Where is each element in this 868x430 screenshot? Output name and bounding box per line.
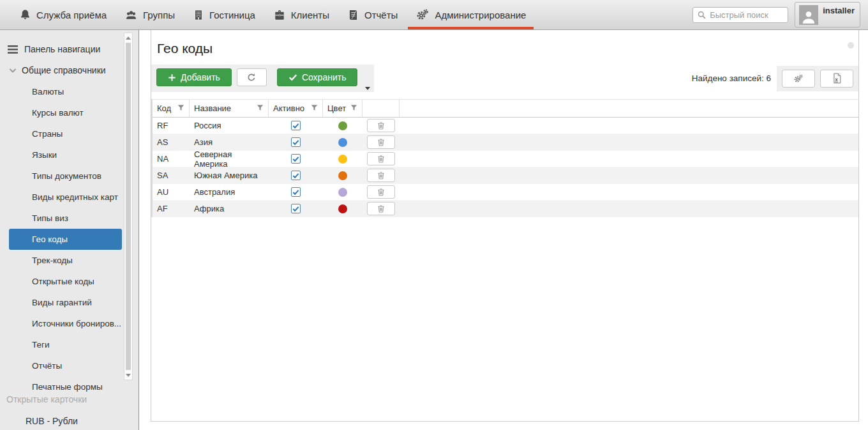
- scroll-up-arrow[interactable]: [124, 33, 132, 42]
- add-button[interactable]: Добавить: [156, 68, 232, 86]
- user-menu[interactable]: installer: [795, 2, 860, 27]
- sidebar-group-directories[interactable]: Общие справочники: [0, 59, 138, 81]
- sidebar-item-виды-гарантий[interactable]: Виды гарантий: [0, 292, 122, 313]
- table-row[interactable]: NAСеверная Америка: [153, 151, 858, 167]
- color-dot[interactable]: [338, 121, 347, 130]
- table-row[interactable]: AFАфрика: [153, 201, 858, 217]
- sidebar-item-языки[interactable]: Языки: [0, 144, 122, 165]
- sidebar-item-курсы-валют[interactable]: Курсы валют: [0, 102, 122, 123]
- cell-active: [269, 201, 323, 217]
- sidebar-item-трек-коды[interactable]: Трек-коды: [0, 250, 122, 271]
- refresh-button[interactable]: [237, 68, 267, 86]
- building-icon: [193, 9, 204, 21]
- color-dot[interactable]: [338, 171, 347, 180]
- nav-hotel[interactable]: Гостиница: [184, 0, 264, 29]
- active-checkbox[interactable]: [291, 137, 301, 147]
- panel-corner-icon[interactable]: [848, 42, 854, 49]
- active-checkbox[interactable]: [291, 171, 301, 180]
- app-window: Служба приёма Группы Гостиница Клиенты: [0, 0, 868, 430]
- delete-row-button[interactable]: [367, 169, 395, 182]
- sidebar-item-типы-виз[interactable]: Типы виз: [0, 208, 122, 229]
- delete-row-button[interactable]: [367, 185, 395, 199]
- delete-row-button[interactable]: [367, 202, 395, 215]
- cell-code: SA: [153, 167, 190, 183]
- cell-action: [363, 134, 400, 150]
- nav-groups[interactable]: Группы: [116, 0, 184, 29]
- toolbar-left-strip: Добавить Сохранить: [151, 65, 374, 92]
- search-input[interactable]: [710, 10, 780, 20]
- toolbar-right: Найдено записей: 6: [692, 66, 858, 91]
- table-header: Код Название Активно: [153, 99, 858, 118]
- sidebar-item-источники-брониров-[interactable]: Источники брониров...: [0, 313, 122, 334]
- filter-icon[interactable]: [350, 104, 357, 113]
- filter-icon[interactable]: [257, 104, 264, 113]
- column-header-filler: [400, 100, 858, 117]
- trash-icon: [377, 155, 385, 163]
- active-checkbox[interactable]: [291, 121, 301, 130]
- column-label: Код: [157, 104, 171, 113]
- chevron-down-icon: [9, 68, 17, 73]
- color-dot[interactable]: [338, 155, 347, 164]
- scrollbar-thumb[interactable]: [126, 43, 131, 370]
- export-excel-button[interactable]: [820, 70, 853, 88]
- cell-filler: [400, 151, 858, 167]
- cell-active: [269, 151, 323, 167]
- table-row[interactable]: SAЮжная Америка: [153, 167, 858, 184]
- sidebar-item-открытые-коды[interactable]: Открытые коды: [0, 271, 122, 292]
- delete-row-button[interactable]: [367, 152, 395, 165]
- color-dot[interactable]: [338, 188, 347, 197]
- sidebar-item-теги[interactable]: Теги: [0, 334, 122, 355]
- open-card-rub[interactable]: RUB - Рубли: [0, 404, 138, 426]
- grid-settings-button[interactable]: [782, 70, 815, 88]
- page-title: Гео коды: [157, 41, 858, 56]
- active-checkbox[interactable]: [291, 154, 301, 164]
- nav-clients[interactable]: Клиенты: [264, 0, 338, 29]
- sidebar-scrollbar[interactable]: [124, 33, 133, 380]
- save-button[interactable]: Сохранить: [277, 68, 358, 86]
- cell-code: AU: [153, 184, 190, 200]
- table-row[interactable]: RFРоссия: [153, 118, 858, 134]
- cell-action: [363, 184, 400, 200]
- active-checkbox[interactable]: [291, 204, 301, 213]
- user-name: installer: [823, 6, 855, 15]
- sidebar-item-валюты[interactable]: Валюты: [0, 81, 122, 102]
- cell-action: [363, 167, 400, 183]
- column-header-name[interactable]: Название: [190, 100, 269, 117]
- plus-icon: [168, 73, 176, 82]
- sidebar-item-отчёты[interactable]: Отчёты: [0, 355, 122, 376]
- scroll-down-arrow[interactable]: [124, 371, 132, 380]
- toolbar-expander-caret[interactable]: [365, 87, 370, 90]
- sidebar-item-гео-коды[interactable]: Гео коды: [9, 229, 122, 250]
- table-row[interactable]: ASАзия: [153, 134, 858, 151]
- geo-codes-table: Код Название Активно: [151, 99, 858, 217]
- filter-icon[interactable]: [311, 104, 318, 113]
- sidebar-item-типы-документов[interactable]: Типы документов: [0, 165, 122, 187]
- sidebar-item-виды-кредитных-карт[interactable]: Виды кредитных карт: [0, 187, 122, 208]
- color-dot[interactable]: [338, 204, 347, 213]
- nav-reception[interactable]: Служба приёма: [10, 0, 116, 29]
- trash-icon: [377, 171, 385, 180]
- nav-label: Гостиница: [209, 10, 255, 20]
- cell-active: [269, 167, 323, 183]
- cell-action: [363, 201, 400, 217]
- active-checkbox[interactable]: [291, 187, 301, 197]
- search-icon: [697, 10, 707, 20]
- column-header-active[interactable]: Активно: [269, 100, 323, 117]
- delete-row-button[interactable]: [367, 135, 395, 149]
- table-row[interactable]: AUАвстралия: [153, 184, 858, 201]
- column-label: Активно: [273, 104, 304, 113]
- delete-row-button[interactable]: [367, 119, 395, 132]
- color-dot[interactable]: [338, 138, 347, 147]
- nav-reports[interactable]: Отчёты: [338, 0, 407, 29]
- filter-icon[interactable]: [177, 104, 184, 113]
- column-header-color[interactable]: Цвет: [323, 100, 363, 117]
- nav-administration[interactable]: Администрирование: [407, 0, 535, 29]
- column-header-code[interactable]: Код: [153, 100, 190, 117]
- column-label: Название: [194, 104, 231, 113]
- cell-code: RF: [153, 118, 190, 134]
- sidebar-item-страны[interactable]: Страны: [0, 123, 122, 144]
- sidebar-item-печатные-формы[interactable]: Печатные формы: [0, 376, 122, 397]
- excel-file-icon: [832, 73, 842, 84]
- nav-panel-toggle[interactable]: Панель навигации: [0, 39, 138, 59]
- trash-icon: [377, 138, 385, 146]
